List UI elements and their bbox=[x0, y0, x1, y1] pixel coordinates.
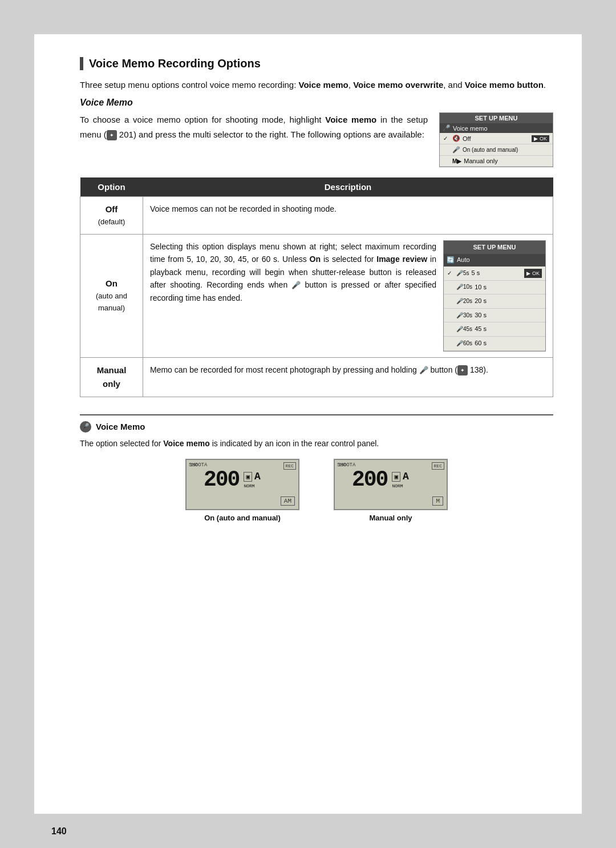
lcd-main-auto: ISO 200 ▣ A NORM bbox=[189, 469, 296, 491]
menu2-item-10s: 🎤10s 10 s bbox=[444, 281, 545, 295]
note-header: 🎤 Voice Memo bbox=[80, 421, 553, 433]
table-header-row: Option Description bbox=[80, 177, 553, 197]
check-mark-off: ✓ bbox=[443, 135, 450, 142]
bold-button: Voice memo button bbox=[465, 80, 544, 90]
option-cell-manual: Manual only bbox=[80, 357, 143, 397]
section-description: To choose a voice memo option for shooti… bbox=[80, 112, 428, 142]
label-30s: 30 s bbox=[475, 310, 542, 321]
option-name-only: only bbox=[87, 377, 136, 391]
note-heading: Voice Memo bbox=[96, 422, 145, 431]
icon-5s: 🎤5s bbox=[456, 269, 469, 278]
icon-60s: 🎤60s bbox=[456, 339, 472, 348]
mem-icon-manual: ▣ bbox=[392, 472, 400, 482]
menu1-item-off: ✓ 🔇 Off ▶ OK bbox=[440, 133, 553, 144]
a-label-auto: A bbox=[254, 471, 261, 482]
label-manual: Manual only bbox=[464, 158, 549, 164]
panel-auto-manual: SHOOTA ISO 200 ▣ A NORM bbox=[185, 459, 299, 522]
intro-paragraph: Three setup menu options control voice m… bbox=[80, 78, 553, 92]
mic-icon-inline: 🎤 bbox=[291, 280, 301, 292]
mic-icon-small: 🎤 bbox=[443, 124, 451, 132]
menu2-item-20s: 🎤20s 20 s bbox=[444, 294, 545, 309]
desc-text-off: Voice memos can not be recorded in shoot… bbox=[150, 204, 337, 213]
highlight-voice-memo: Voice memo bbox=[325, 115, 376, 124]
label-45s: 45 s bbox=[475, 324, 542, 334]
menu1-item-auto: 🎤 On (auto and manual) bbox=[440, 144, 553, 156]
option-name-off: Off bbox=[87, 203, 136, 216]
iso-label-manual: ISO bbox=[338, 462, 346, 467]
bold-image-review: Image review bbox=[376, 255, 427, 264]
option-cell-off: Off (default) bbox=[80, 197, 143, 235]
sub-heading-voice-memo: Voice Memo bbox=[80, 98, 553, 108]
menu2-item-60s: 🎤60s 60 s bbox=[444, 337, 545, 351]
options-table: Option Description Off (default) Voice m… bbox=[80, 177, 553, 397]
note-text: The option selected for Voice memo is in… bbox=[80, 437, 553, 450]
section-with-image: To choose a voice memo option for shooti… bbox=[80, 112, 553, 167]
th-description: Description bbox=[143, 177, 553, 197]
desc-cell-off: Voice memos can not be recorded in shoot… bbox=[143, 197, 553, 235]
menu1-item-manual: M▶ Manual only bbox=[440, 156, 553, 167]
lcd-panel-auto: SHOOTA ISO 200 ▣ A NORM bbox=[185, 459, 299, 510]
label-10s: 10 s bbox=[475, 282, 542, 293]
menu2-item-30s: 🎤30s 30 s bbox=[444, 309, 545, 323]
panel-manual-only: SHOOTA ISO 200 ▣ A NORM bbox=[334, 459, 448, 522]
lcd-main-manual: ISO 200 ▣ A NORM bbox=[337, 469, 444, 491]
menu1-subtitle: 🎤 Voice memo bbox=[440, 123, 553, 133]
desc-cell-on: Selecting this option displays menu show… bbox=[143, 234, 553, 357]
lcd-number-auto: 200 bbox=[204, 469, 239, 491]
icon-manual: M▶ bbox=[452, 158, 461, 164]
desc-text-on: Selecting this option displays menu show… bbox=[150, 240, 436, 304]
ok-badge-5s: ▶ OK bbox=[524, 269, 542, 278]
th-option: Option bbox=[80, 177, 143, 197]
menu2-subtitle-text: Auto bbox=[457, 255, 470, 265]
label-auto: On (auto and manual) bbox=[463, 147, 549, 153]
lcd-number-manual: 200 bbox=[352, 469, 387, 491]
lcd-right-manual: ▣ A NORM bbox=[392, 471, 408, 488]
note-mic-icon: 🎤 bbox=[80, 421, 91, 433]
menu-screenshot-1: SET UP MENU 🎤 Voice memo ✓ 🔇 Off ▶ OK 🎤 bbox=[439, 112, 553, 167]
check-5s: ✓ bbox=[447, 269, 454, 278]
option-name-manual: Manual bbox=[87, 364, 136, 377]
mic-icon-manual: 🎤 bbox=[419, 365, 428, 377]
menu1-items: ✓ 🔇 Off ▶ OK 🎤 On (auto and manual) M▶ M… bbox=[440, 133, 553, 167]
icon-45s: 🎤45s bbox=[456, 325, 472, 334]
panel-label-manual: Manual only bbox=[369, 514, 412, 522]
bold-voice-memo-note: Voice memo bbox=[163, 439, 209, 448]
menu2-item-45s: 🎤45s 45 s bbox=[444, 322, 545, 337]
lcd-right-auto: ▣ A NORM bbox=[244, 471, 260, 488]
desc-text-manual: Memo can be recorded for most recent pho… bbox=[150, 365, 488, 374]
lcd-panel-manual: SHOOTA ISO 200 ▣ A NORM bbox=[334, 459, 448, 510]
control-panels: SHOOTA ISO 200 ▣ A NORM bbox=[80, 459, 553, 522]
main-content: Voice Memo Recording Options Three setup… bbox=[80, 57, 553, 522]
bold-overwrite: Voice memo overwrite bbox=[353, 80, 443, 90]
page-number: 140 bbox=[51, 826, 67, 837]
table-row-on: On (auto and manual) Selecting this opti… bbox=[80, 234, 553, 357]
sub-heading-text: Voice Memo bbox=[80, 98, 133, 107]
option-sub-off: (default) bbox=[87, 216, 136, 228]
label-off: Off bbox=[463, 135, 529, 142]
desc-with-image: Selecting this option displays menu show… bbox=[150, 240, 546, 352]
menu2-items: ✓ 🎤5s 5 s ▶ OK 🎤10s 10 s bbox=[444, 266, 545, 351]
icon-auto-menu2: 🔄 bbox=[447, 255, 455, 265]
mem-icon-auto: ▣ bbox=[244, 472, 252, 482]
page-title: Voice Memo Recording Options bbox=[89, 57, 261, 70]
norm-label-manual: NORM bbox=[392, 483, 408, 488]
page-content: Voice Memo Recording Options Three setup… bbox=[34, 34, 582, 814]
icon-off: 🔇 bbox=[452, 135, 460, 142]
desc-cell-manual: Memo can be recorded for most recent pho… bbox=[143, 357, 553, 397]
ref-icon-201: ✦ bbox=[107, 130, 117, 140]
option-name-on: On bbox=[87, 277, 136, 290]
bottom-note: 🎤 Voice Memo The option selected for Voi… bbox=[80, 414, 553, 522]
table-row-manual: Manual only Memo can be recorded for mos… bbox=[80, 357, 553, 397]
option-sub-on: (auto and bbox=[87, 290, 136, 302]
option-sub-on2: manual) bbox=[87, 302, 136, 314]
icon-10s: 🎤10s bbox=[456, 282, 472, 292]
menu1-title: SET UP MENU bbox=[440, 113, 553, 123]
label-5s: 5 s bbox=[472, 268, 522, 278]
bold-on: On bbox=[310, 255, 321, 264]
mode-badge-auto: AM bbox=[281, 496, 295, 506]
iso-label-auto: ISO bbox=[190, 462, 198, 467]
icon-auto: 🎤 bbox=[452, 146, 460, 154]
title-bar: Voice Memo Recording Options bbox=[80, 57, 553, 70]
menu2-title: SET UP MENU bbox=[444, 241, 545, 255]
icon-30s: 🎤30s bbox=[456, 311, 472, 320]
